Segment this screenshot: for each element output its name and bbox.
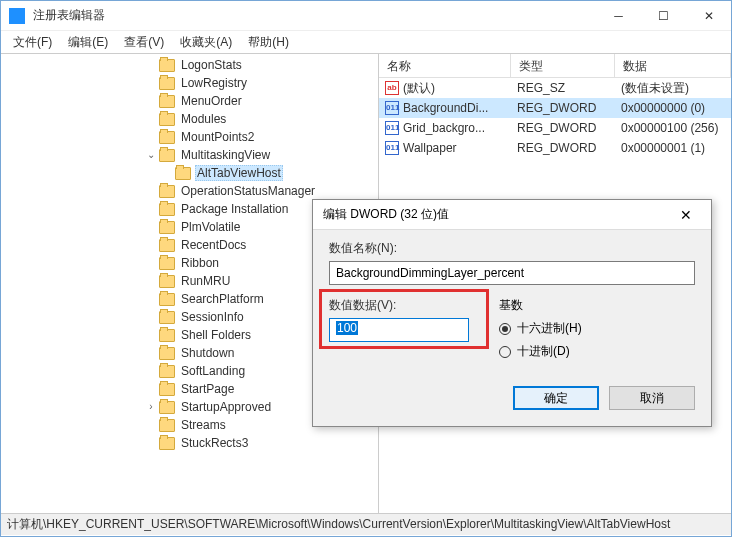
col-header-name[interactable]: 名称	[379, 54, 511, 77]
tree-expander-icon	[145, 203, 157, 215]
tree-item-label: StuckRects3	[179, 436, 250, 450]
tree-expander-icon[interactable]: ›	[145, 401, 157, 413]
tree-item-label: StartPage	[179, 382, 236, 396]
tree-item-label: Package Installation	[179, 202, 290, 216]
menubar: 文件(F) 编辑(E) 查看(V) 收藏夹(A) 帮助(H)	[1, 31, 731, 53]
radio-dec[interactable]: 十进制(D)	[499, 343, 582, 360]
tree-expander-icon	[145, 131, 157, 143]
radio-dec-dot	[499, 346, 511, 358]
radio-hex-dot	[499, 323, 511, 335]
menu-view[interactable]: 查看(V)	[116, 32, 172, 53]
maximize-button[interactable]: ☐	[641, 1, 686, 31]
folder-icon	[159, 329, 175, 342]
folder-icon	[159, 365, 175, 378]
tree-item[interactable]: LowRegistry	[1, 74, 378, 92]
tree-expander-icon	[161, 167, 173, 179]
tree-expander-icon	[145, 95, 157, 107]
dialog-titlebar[interactable]: 编辑 DWORD (32 位)值 ✕	[313, 200, 711, 230]
menu-help[interactable]: 帮助(H)	[240, 32, 297, 53]
dialog-title: 编辑 DWORD (32 位)值	[323, 206, 671, 223]
tree-expander-icon	[145, 257, 157, 269]
tree-expander-icon	[145, 347, 157, 359]
value-name-input[interactable]	[329, 261, 695, 285]
folder-icon	[159, 401, 175, 414]
col-header-type[interactable]: 类型	[511, 54, 615, 77]
minimize-button[interactable]: ─	[596, 1, 641, 31]
tree-item[interactable]: ⌄MultitaskingView	[1, 146, 378, 164]
cell-type: REG_DWORD	[511, 139, 615, 157]
folder-icon	[159, 293, 175, 306]
tree-item-label: Modules	[179, 112, 228, 126]
statusbar-path: 计算机\HKEY_CURRENT_USER\SOFTWARE\Microsoft…	[7, 516, 670, 533]
tree-item-label: Shell Folders	[179, 328, 253, 342]
tree-expander-icon	[145, 59, 157, 71]
menu-favorites[interactable]: 收藏夹(A)	[172, 32, 240, 53]
base-group-label: 基数	[499, 297, 582, 314]
folder-icon	[159, 275, 175, 288]
folder-icon	[159, 203, 175, 216]
radio-hex-label: 十六进制(H)	[517, 320, 582, 337]
close-button[interactable]: ✕	[686, 1, 731, 31]
tree-expander-icon	[145, 437, 157, 449]
tree-item[interactable]: StuckRects3	[1, 434, 378, 452]
folder-icon	[175, 167, 191, 180]
tree-item-label: Streams	[179, 418, 228, 432]
tree-item-label: OperationStatusManager	[179, 184, 317, 198]
tree-expander-icon	[145, 113, 157, 125]
value-name-label: 数值名称(N):	[329, 240, 695, 257]
tree-expander-icon	[145, 77, 157, 89]
folder-icon	[159, 257, 175, 270]
folder-icon	[159, 95, 175, 108]
folder-icon	[159, 149, 175, 162]
list-header: 名称 类型 数据	[379, 54, 731, 78]
tree-item[interactable]: LogonStats	[1, 56, 378, 74]
menu-edit[interactable]: 编辑(E)	[60, 32, 116, 53]
tree-item[interactable]: OperationStatusManager	[1, 182, 378, 200]
radio-hex[interactable]: 十六进制(H)	[499, 320, 582, 337]
edit-dword-dialog: 编辑 DWORD (32 位)值 ✕ 数值名称(N): 数值数据(V): 100…	[312, 199, 712, 427]
tree-item[interactable]: MountPoints2	[1, 128, 378, 146]
tree-item[interactable]: Modules	[1, 110, 378, 128]
folder-icon	[159, 113, 175, 126]
tree-item-label: Shutdown	[179, 346, 236, 360]
tree-item[interactable]: MenuOrder	[1, 92, 378, 110]
list-row[interactable]: 011Grid_backgro...REG_DWORD0x00000100 (2…	[379, 118, 731, 138]
tree-expander-icon	[145, 239, 157, 251]
reg-dword-icon: 011	[385, 101, 399, 115]
list-row[interactable]: 011BackgroundDi...REG_DWORD0x00000000 (0…	[379, 98, 731, 118]
cell-data: 0x00000100 (256)	[615, 119, 731, 137]
tree-item-label: RunMRU	[179, 274, 232, 288]
ok-button[interactable]: 确定	[513, 386, 599, 410]
window-titlebar: 注册表编辑器 ─ ☐ ✕	[1, 1, 731, 31]
folder-icon	[159, 347, 175, 360]
col-header-data[interactable]: 数据	[615, 54, 731, 77]
reg-dword-icon: 011	[385, 121, 399, 135]
dialog-close-button[interactable]: ✕	[671, 207, 701, 223]
cancel-button[interactable]: 取消	[609, 386, 695, 410]
reg-sz-icon: ab	[385, 81, 399, 95]
list-row[interactable]: ab(默认)REG_SZ(数值未设置)	[379, 78, 731, 98]
cell-name: 011BackgroundDi...	[379, 99, 511, 117]
list-row[interactable]: 011WallpaperREG_DWORD0x00000001 (1)	[379, 138, 731, 158]
value-data-input[interactable]: 100	[329, 318, 469, 342]
tree-item[interactable]: AltTabViewHost	[1, 164, 378, 182]
tree-expander-icon	[145, 185, 157, 197]
tree-item-label: SearchPlatform	[179, 292, 266, 306]
folder-icon	[159, 311, 175, 324]
tree-expander-icon	[145, 419, 157, 431]
tree-item-label: Ribbon	[179, 256, 221, 270]
folder-icon	[159, 77, 175, 90]
cell-name: 011Grid_backgro...	[379, 119, 511, 137]
tree-item-label: MultitaskingView	[179, 148, 272, 162]
tree-item-label: MenuOrder	[179, 94, 244, 108]
cell-data: 0x00000001 (1)	[615, 139, 731, 157]
cell-data: (数值未设置)	[615, 78, 731, 99]
menu-file[interactable]: 文件(F)	[5, 32, 60, 53]
tree-expander-icon	[145, 329, 157, 341]
tree-item-label: StartupApproved	[179, 400, 273, 414]
reg-dword-icon: 011	[385, 141, 399, 155]
tree-expander-icon[interactable]: ⌄	[145, 149, 157, 161]
tree-item-label: LowRegistry	[179, 76, 249, 90]
app-icon	[9, 8, 25, 24]
radio-dec-label: 十进制(D)	[517, 343, 570, 360]
